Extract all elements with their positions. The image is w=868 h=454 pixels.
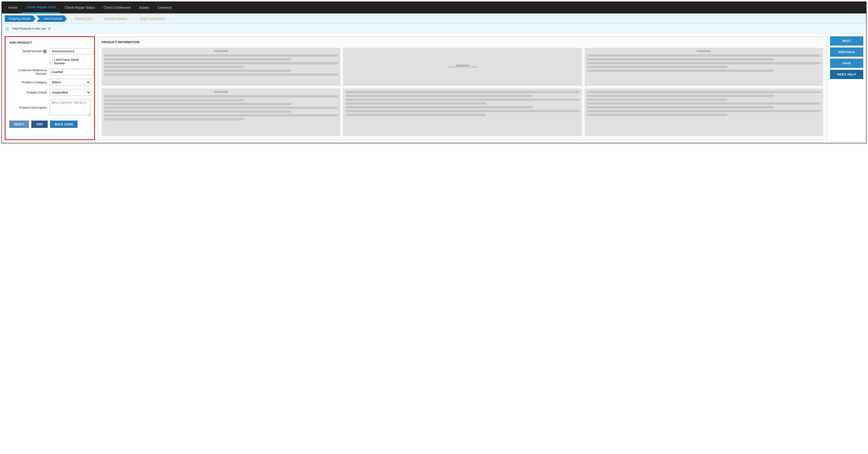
card-line (104, 62, 338, 64)
card-line (345, 106, 532, 109)
step-payment-details[interactable]: Payment Details (97, 16, 132, 22)
problem-category-label: Problem Category (9, 81, 50, 84)
product-grid: Add a product to view (102, 48, 823, 136)
card-line (587, 62, 821, 64)
previous-button[interactable]: PREVIOUS (830, 48, 863, 57)
step-add-products[interactable]: Add Products (36, 16, 67, 22)
card-line (345, 91, 579, 93)
cust-ref-row: Customer Reference Number (9, 68, 90, 75)
product-card-1 (102, 48, 340, 86)
card-line (104, 73, 338, 76)
card-lines-6 (587, 91, 821, 116)
card-line (104, 58, 291, 61)
card-line (104, 103, 291, 105)
serial-number-row: Serial Number i (9, 48, 90, 55)
cust-ref-input[interactable] (50, 69, 94, 75)
card-line (104, 99, 244, 101)
card-line (104, 66, 244, 68)
card-line (587, 54, 821, 57)
card-lines-4 (104, 95, 338, 120)
nav-home[interactable]: Home (4, 2, 22, 13)
no-serial-checkbox[interactable] (50, 60, 53, 63)
card-line (587, 58, 774, 61)
nav-check-entitlement[interactable]: Check Entitlement (99, 2, 135, 13)
card-line (587, 95, 774, 97)
product-info-panel: PRODUCT INFORMATION (98, 36, 827, 140)
card-line (345, 110, 579, 112)
card-line (587, 69, 774, 72)
step-order-confirmation[interactable]: Order Confirmation (133, 16, 171, 22)
need-help-button[interactable]: NEED HELP (830, 70, 863, 79)
card-line (104, 69, 291, 72)
add-button[interactable]: ADD (31, 121, 48, 128)
product-card-3 (585, 48, 823, 86)
serial-number-label: Serial Number i (9, 49, 50, 53)
product-placeholder-text: Add a product to view (447, 65, 477, 68)
problem-category-row: Problem Category Others Hardware Softwar… (9, 79, 90, 86)
add-product-title: ADD PRODUCT (9, 41, 90, 44)
card-line (104, 107, 338, 109)
serial-number-input[interactable] (50, 48, 94, 55)
main-content: ADD PRODUCT Serial Number i I don't have… (2, 33, 866, 143)
card-handle-1 (214, 50, 228, 52)
product-row-2 (102, 89, 823, 136)
product-card-6 (585, 89, 823, 136)
no-serial-text: I don't have Serial Number (54, 58, 90, 65)
cart-icon: 🛒 (5, 26, 10, 31)
card-line (104, 54, 338, 57)
product-card-4 (102, 89, 340, 136)
card-line (104, 95, 338, 97)
nav-create-repair-order[interactable]: Create Repair Order (22, 2, 60, 13)
problem-detail-label: Problem Detail (9, 91, 50, 94)
card-line (587, 106, 774, 109)
problem-desc-label: Problem Description (9, 106, 50, 110)
card-line (587, 98, 727, 101)
info-icon[interactable]: i (43, 50, 47, 53)
card-lines-3 (587, 54, 821, 72)
cust-ref-label: Customer Reference Number (9, 68, 50, 75)
nav-check-repair-status[interactable]: Check Repair Status (60, 2, 99, 13)
problem-detail-select[interactable]: Unspecified Other (50, 89, 90, 96)
card-line (587, 114, 727, 116)
no-serial-row: I don't have Serial Number (9, 58, 90, 65)
add-product-panel: ADD PRODUCT Serial Number i I don't have… (5, 36, 95, 140)
card-line (104, 110, 291, 113)
cart-bar: 🛒 Total Products in the cart : 0 (2, 24, 866, 33)
problem-desc-textarea[interactable] (50, 99, 90, 116)
bulk-load-button[interactable]: BULK LOAD (50, 121, 78, 128)
reset-button[interactable]: RESET (9, 121, 29, 128)
product-card-5 (343, 89, 582, 136)
action-panel: NEXT PREVIOUS SAVE NEED HELP (830, 36, 863, 140)
top-nav: Home Create Repair Order Check Repair St… (2, 2, 866, 13)
step-shipping[interactable]: Shipping Details (5, 16, 36, 22)
step-review-cart[interactable]: Review Cart (68, 16, 97, 22)
nav-contracts[interactable]: Contracts (153, 2, 176, 13)
card-line (587, 110, 821, 112)
cart-text: Total Products in the cart : 0 (12, 27, 50, 30)
card-handle-4 (214, 91, 228, 93)
card-line (345, 102, 486, 105)
next-button[interactable]: NEXT (830, 36, 863, 46)
card-line (587, 66, 727, 68)
steps-bar: Shipping Details Add Products Review Car… (2, 13, 866, 24)
card-line (345, 98, 579, 101)
product-info-title: PRODUCT INFORMATION (102, 40, 823, 44)
problem-desc-row: Problem Description (9, 99, 90, 116)
action-buttons-row: RESET ADD BULK LOAD (9, 121, 90, 128)
product-card-2: Add a product to view (343, 48, 582, 86)
problem-detail-row: Problem Detail Unspecified Other (9, 89, 90, 96)
card-line (345, 95, 532, 97)
product-row-1: Add a product to view (102, 48, 823, 86)
card-lines-1 (104, 54, 338, 76)
card-line (104, 118, 244, 120)
card-line (345, 114, 486, 116)
card-lines-5 (345, 91, 579, 116)
save-button[interactable]: SAVE (830, 59, 863, 68)
card-line (104, 114, 338, 117)
problem-category-select[interactable]: Others Hardware Software Network (50, 79, 90, 86)
card-handle-3 (697, 50, 711, 52)
no-serial-checkbox-row: I don't have Serial Number (50, 58, 90, 65)
nav-assets[interactable]: Assets (135, 2, 153, 13)
card-line (587, 102, 821, 105)
card-line (587, 91, 821, 93)
